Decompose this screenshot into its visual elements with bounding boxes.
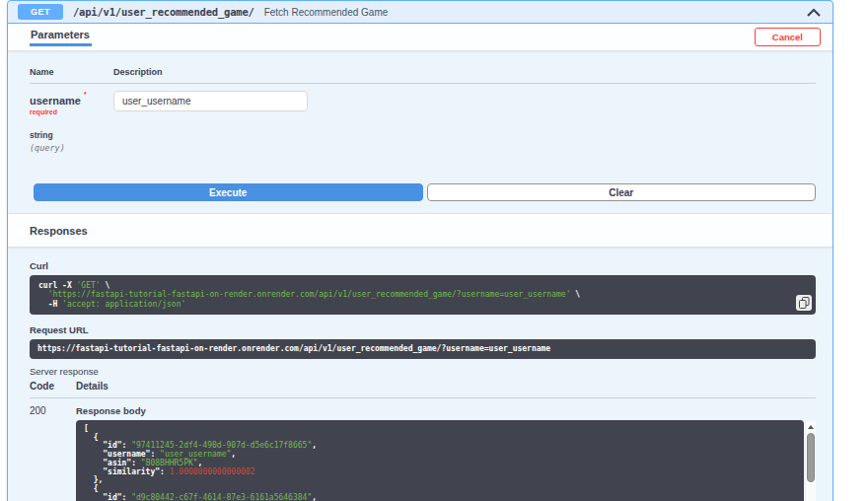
endpoint-header[interactable]: GET /api/v1/user_recommended_game/ Fetch…	[8, 1, 832, 24]
scrollbar-up-arrow-icon[interactable]	[808, 425, 814, 429]
parameter-row: username* required string (query)	[30, 91, 816, 153]
method-badge: GET	[18, 4, 63, 20]
clear-button[interactable]: Clear	[427, 183, 817, 201]
response-body-wrap: [ { "id": "97411245-2df4-490d-907d-d5e6c…	[76, 420, 816, 501]
response-details-cell: Response body [ { "id": "97411245-2df4-4…	[76, 405, 816, 501]
response-body-label: Response body	[76, 405, 816, 416]
endpoint-path: /api/v1/user_recommended_game/	[73, 6, 254, 18]
details-column-header: Details	[76, 381, 108, 392]
tab-parameters[interactable]: Parameters	[30, 29, 92, 46]
server-response-label: Server response	[30, 366, 816, 377]
cancel-button[interactable]: Cancel	[755, 28, 821, 46]
endpoint-summary: Fetch Recommended Game	[264, 7, 389, 18]
status-code: 200	[30, 405, 76, 501]
response-body-block: [ { "id": "97411245-2df4-490d-907d-d5e6c…	[76, 420, 804, 501]
parameters-section-header: Parameters Cancel	[8, 24, 832, 51]
response-table-header: Code Details	[30, 381, 816, 398]
request-url-block: https://fastapi-tutorial-fastapi-on-rend…	[30, 339, 816, 359]
username-input[interactable]	[113, 91, 308, 111]
execute-row: Execute Clear	[34, 183, 816, 201]
request-url-label: Request URL	[30, 324, 816, 335]
opblock-get: GET /api/v1/user_recommended_game/ Fetch…	[7, 0, 833, 501]
scrollbar-thumb[interactable]	[807, 433, 815, 482]
responses-section-header: Responses	[8, 213, 832, 248]
code-column-header: Code	[30, 381, 76, 392]
parameter-name: username	[30, 95, 81, 107]
column-name-header: Name	[30, 67, 113, 77]
parameters-table-header: Name Description	[30, 67, 816, 84]
execute-button[interactable]: Execute	[34, 183, 423, 201]
curl-block: curl -X 'GET' \ 'https://fastapi-tutoria…	[30, 275, 816, 315]
responses-title: Responses	[30, 225, 88, 237]
copy-icon[interactable]	[796, 295, 812, 311]
response-row: 200 Response body [ { "id": "97411245-2d…	[30, 398, 816, 501]
parameter-location: (query)	[30, 143, 113, 153]
response-body-json: [ { "id": "97411245-2df4-490d-907d-d5e6c…	[84, 425, 796, 501]
curl-label: Curl	[30, 260, 816, 271]
response-scrollbar[interactable]	[806, 421, 816, 501]
parameter-description-cell	[113, 91, 308, 153]
parameter-name-cell: username* required string (query)	[30, 91, 113, 153]
curl-command: curl -X 'GET' \ 'https://fastapi-tutoria…	[38, 281, 807, 309]
parameters-body: Name Description username* required stri…	[8, 67, 832, 201]
request-url-value: https://fastapi-tutorial-fastapi-on-rend…	[37, 344, 550, 353]
chevron-up-icon[interactable]	[807, 8, 821, 17]
column-description-header: Description	[113, 67, 163, 77]
parameter-type: string	[30, 130, 113, 140]
responses-body: Curl curl -X 'GET' \ 'https://fastapi-tu…	[8, 248, 832, 501]
